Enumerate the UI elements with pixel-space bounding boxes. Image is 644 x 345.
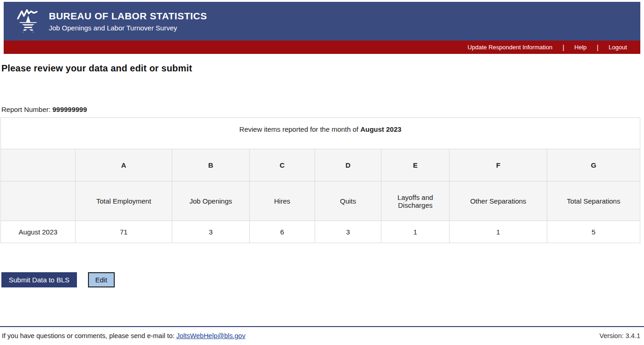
corner-cell <box>1 149 76 181</box>
value-layoffs-discharges: 1 <box>381 221 450 243</box>
review-table: Review items reported for the month of A… <box>0 117 640 243</box>
submit-data-button[interactable]: Submit Data to BLS <box>1 272 77 287</box>
nav-help[interactable]: Help <box>573 44 589 51</box>
nav-separator: | <box>597 44 599 51</box>
edit-button[interactable]: Edit <box>88 272 115 287</box>
column-letter-f: F <box>450 149 547 181</box>
page-title: Please review your data and edit or subm… <box>1 63 640 74</box>
footer-help-text: If you have questions or comments, pleas… <box>2 332 246 339</box>
table-caption: Review items reported for the month of A… <box>1 118 640 149</box>
caption-month: August 2023 <box>360 125 401 133</box>
top-nav: Update Respondent Information | Help | L… <box>4 41 640 54</box>
nav-separator: | <box>562 44 564 51</box>
value-job-openings: 3 <box>172 221 250 243</box>
column-letter-a: A <box>76 149 172 181</box>
column-name-quits: Quits <box>315 181 381 221</box>
version-label: Version: 3.4.1 <box>599 332 640 339</box>
table-caption-row: Review items reported for the month of A… <box>1 118 640 149</box>
column-letter-b: B <box>172 149 250 181</box>
column-name-row: Total Employment Job Openings Hires Quit… <box>1 181 640 221</box>
column-letter-row: A B C D E F G <box>1 149 640 181</box>
column-letter-d: D <box>315 149 381 181</box>
caption-prefix: Review items reported for the month of <box>240 125 358 133</box>
report-number-value: 999999999 <box>53 105 87 113</box>
column-letter-g: G <box>547 149 640 181</box>
column-letter-c: C <box>250 149 315 181</box>
value-hires: 6 <box>250 221 315 243</box>
column-name-layoffs-discharges: Layoffs and Discharges <box>381 181 450 221</box>
corner-cell <box>1 181 76 221</box>
bls-masthead: BUREAU OF LABOR STATISTICS Job Openings … <box>4 2 640 41</box>
value-quits: 3 <box>315 221 381 243</box>
nav-logout[interactable]: Logout <box>607 44 629 51</box>
value-total-employment: 71 <box>76 221 172 243</box>
main-content: Please review your data and edit or subm… <box>0 63 644 287</box>
column-name-total-employment: Total Employment <box>76 181 172 221</box>
value-other-separations: 1 <box>450 221 547 243</box>
email-link[interactable]: JoltsWebHelp@bls.gov <box>176 332 246 339</box>
column-name-total-separations: Total Separations <box>547 181 640 221</box>
column-name-other-separations: Other Separations <box>450 181 547 221</box>
nav-update-respondent-information[interactable]: Update Respondent Information <box>466 44 554 51</box>
column-letter-e: E <box>381 149 450 181</box>
action-buttons: Submit Data to BLS Edit <box>1 272 640 287</box>
column-name-job-openings: Job Openings <box>172 181 250 221</box>
value-total-separations: 5 <box>547 221 640 243</box>
report-number-label: Report Number: <box>1 105 51 113</box>
survey-subtitle: Job Openings and Labor Turnover Survey <box>49 24 207 32</box>
table-row: August 2023 71 3 6 3 1 1 5 <box>1 221 640 243</box>
report-number: Report Number:999999999 <box>1 105 640 113</box>
agency-title: BUREAU OF LABOR STATISTICS <box>49 11 207 22</box>
bls-star-logo-icon <box>17 6 42 36</box>
row-month-label: August 2023 <box>1 221 76 243</box>
masthead-text: BUREAU OF LABOR STATISTICS Job Openings … <box>49 11 207 31</box>
column-name-hires: Hires <box>250 181 315 221</box>
page-footer: If you have questions or comments, pleas… <box>0 326 644 339</box>
